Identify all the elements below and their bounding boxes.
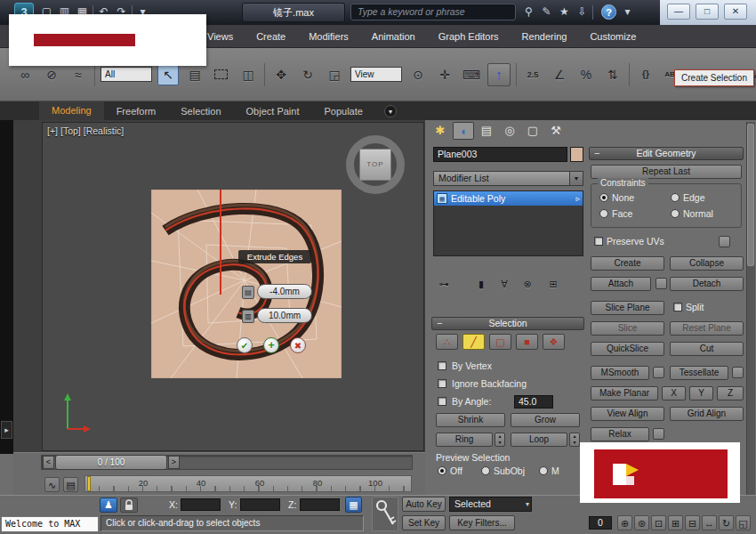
detach-button[interactable]: Detach	[670, 277, 744, 291]
object-name-field[interactable]: Plane003	[433, 147, 567, 162]
modifier-list-dropdown[interactable]: Modifier List ▼	[433, 171, 583, 186]
msmooth-settings-button[interactable]	[653, 367, 664, 378]
show-end-result-icon[interactable]: ▮	[472, 277, 490, 291]
zoom-extents-icon[interactable]: ⊡	[651, 515, 666, 530]
tessellate-button[interactable]: Tessellate	[670, 366, 728, 380]
window-crossing-icon[interactable]: ◫	[237, 64, 259, 85]
reference-coordinate-dropdown[interactable]: View	[350, 67, 402, 82]
tab-object-paint[interactable]: Object Paint	[234, 106, 312, 117]
collapse-button[interactable]: Collapse	[670, 256, 744, 271]
tab-freeform[interactable]: Freeform	[104, 106, 169, 117]
subobject-border-icon[interactable]: ▢	[489, 334, 511, 350]
menu-modifiers[interactable]: Modifiers	[297, 31, 360, 42]
download-icon[interactable]: ⇩	[575, 4, 590, 20]
repeat-last-button[interactable]: Repeat Last	[591, 165, 742, 179]
ignore-backfacing-checkbox[interactable]	[438, 379, 446, 388]
constraint-face-radio[interactable]	[599, 209, 608, 218]
relax-button[interactable]: Relax	[591, 427, 649, 441]
select-object-icon[interactable]: ↖	[157, 64, 179, 85]
attach-button[interactable]: Attach	[591, 277, 651, 291]
menu-rendering[interactable]: Rendering	[511, 31, 579, 42]
maximize-viewport-icon[interactable]: ◱	[736, 515, 751, 530]
by-vertex-checkbox[interactable]	[438, 361, 446, 370]
viewport-menu-shading[interactable]: [Realistic]	[84, 125, 125, 136]
tab-modify-icon[interactable]: ◖	[453, 122, 474, 140]
close-button[interactable]: ✕	[724, 4, 747, 20]
selection-lock-icon[interactable]	[120, 498, 138, 513]
chevron-down-icon[interactable]: ▾	[526, 498, 529, 511]
help-icon[interactable]: ?	[601, 4, 616, 20]
menu-graph-editors[interactable]: Graph Editors	[427, 31, 511, 42]
time-next-button[interactable]: >	[168, 456, 180, 469]
slice-plane-button[interactable]: Slice Plane	[591, 301, 664, 315]
minimize-button[interactable]: —	[667, 4, 690, 20]
by-angle-value-field[interactable]: 45.0	[514, 395, 553, 409]
constraint-normal-radio[interactable]	[671, 209, 680, 218]
zoom-icon[interactable]: ⊕	[617, 515, 632, 530]
caddy-height-icon[interactable]: ▤	[242, 286, 254, 299]
stack-item-editable-poly[interactable]: ▦ Editable Poly ▹	[434, 191, 583, 206]
viewport-layout-tab[interactable]: ▸	[1, 421, 12, 439]
planar-z-button[interactable]: Z	[717, 386, 744, 400]
preserve-uvs-checkbox[interactable]	[594, 237, 603, 246]
mini-curve-editor-icon[interactable]: ∿	[44, 477, 60, 492]
attach-settings-button[interactable]	[655, 278, 667, 289]
modifier-stack[interactable]: ▦ Editable Poly ▹	[433, 190, 583, 256]
ring-button[interactable]: Ring	[436, 433, 493, 447]
ring-spinner[interactable]: ▴▾	[495, 433, 505, 447]
filename-tab[interactable]: 镜子.max	[242, 3, 345, 22]
tab-utilities-icon[interactable]: ⚒	[545, 122, 567, 140]
pencil-icon[interactable]: ✎	[539, 4, 554, 20]
bind-to-spacewarp-icon[interactable]: ≈	[68, 64, 89, 85]
spin-down-icon[interactable]: ▾	[498, 440, 501, 445]
tab-motion-icon[interactable]: ◎	[499, 122, 520, 140]
preview-off-radio[interactable]	[438, 466, 446, 475]
panel-scrollbar-thumb[interactable]	[747, 124, 754, 266]
zoom-all-icon[interactable]: ⊛	[634, 515, 649, 530]
time-prev-button[interactable]: <	[43, 456, 54, 469]
grid-align-button[interactable]: Grid Align	[670, 407, 744, 421]
configure-modifier-sets-icon[interactable]: ⊞	[544, 277, 562, 291]
chevron-down-icon[interactable]: ▼	[569, 172, 583, 185]
select-by-name-icon[interactable]: ▤	[184, 64, 205, 85]
percent-snap-icon[interactable]: %	[575, 64, 597, 85]
frame-marker[interactable]	[87, 476, 91, 491]
select-and-rotate-icon[interactable]: ↻	[297, 64, 318, 85]
track-ruler[interactable]: 20 40 60 80 100	[84, 475, 412, 492]
viewport-menu-view[interactable]: [Top]	[60, 125, 81, 136]
tab-populate[interactable]: Populate	[311, 106, 374, 117]
keyboard-override-icon[interactable]: ⌨	[461, 64, 482, 85]
caddy-ok-button[interactable]: ✔	[237, 337, 253, 353]
menu-animation[interactable]: Animation	[360, 31, 427, 42]
planar-x-button[interactable]: X	[662, 386, 686, 400]
grid-settings-icon[interactable]: ▦	[345, 497, 362, 513]
set-keys-key-icon[interactable]	[372, 497, 398, 531]
view-align-button[interactable]: View Align	[591, 407, 664, 421]
spin-up-icon[interactable]: ▴	[498, 433, 501, 439]
unlink-selection-icon[interactable]: ⊘	[41, 64, 62, 85]
use-center-icon[interactable]: ⊙	[407, 64, 429, 85]
quickslice-button[interactable]: QuickSlice	[591, 342, 664, 356]
ribbon-overflow-icon[interactable]: ▾	[384, 105, 397, 117]
gizmo-y-axis[interactable]	[220, 190, 221, 295]
create-button[interactable]: Create	[591, 256, 664, 271]
subobject-edge-icon[interactable]: ╱	[462, 334, 485, 350]
x-coord-field[interactable]	[181, 498, 221, 511]
caddy-cancel-button[interactable]: ✖	[290, 337, 306, 353]
subobject-element-icon[interactable]: ❖	[543, 334, 565, 350]
named-selection-sets-icon[interactable]: {}	[635, 64, 656, 85]
cut-button[interactable]: Cut	[670, 342, 744, 356]
caddy-apply-button[interactable]: +	[263, 337, 279, 353]
tab-create-icon[interactable]: ✱	[430, 122, 451, 140]
preview-multi-radio[interactable]	[539, 466, 548, 475]
select-and-link-icon[interactable]: ∞	[14, 64, 36, 85]
frame-number-field[interactable]: 0	[589, 516, 612, 530]
grow-button[interactable]: Grow	[511, 413, 580, 427]
key-filters-button[interactable]: Key Filters...	[449, 515, 515, 530]
planar-y-button[interactable]: Y	[689, 386, 713, 400]
spinner-snap-icon[interactable]: ⇅	[602, 64, 623, 85]
by-angle-checkbox[interactable]	[438, 397, 446, 406]
maximize-button[interactable]: □	[696, 4, 719, 20]
select-and-place-icon[interactable]: ↑	[487, 63, 511, 86]
zoom-extents-all-icon[interactable]: ⊞	[668, 515, 683, 530]
